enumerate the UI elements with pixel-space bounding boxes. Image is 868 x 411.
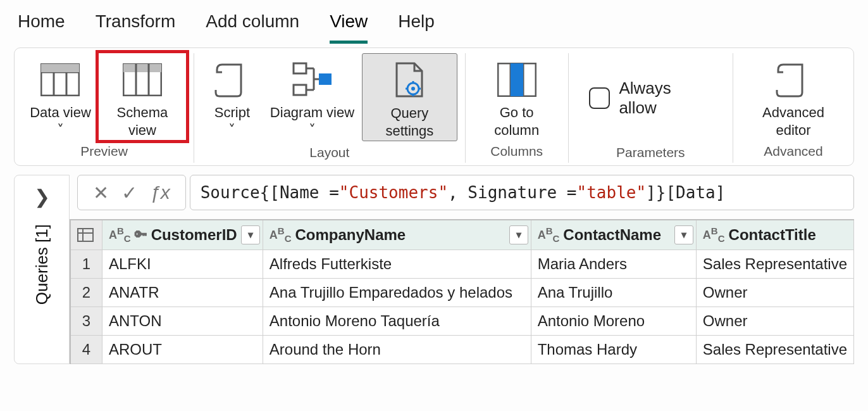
svg-rect-4 bbox=[41, 64, 79, 72]
advanced-editor-button[interactable]: Advanced editor bbox=[741, 53, 846, 140]
expand-sidebar-button[interactable]: ❯ bbox=[34, 186, 50, 208]
tab-transform[interactable]: Transform bbox=[96, 11, 176, 44]
checkbox-icon bbox=[589, 87, 611, 109]
formula-text: ]}[Data] bbox=[646, 183, 725, 202]
query-settings-label: Query settings bbox=[365, 104, 454, 139]
formula-text: , Signature = bbox=[448, 183, 577, 202]
cell[interactable]: Sales Representative bbox=[696, 335, 853, 364]
key-icon: 🔑︎ bbox=[135, 227, 147, 242]
queries-sidebar-label: Queries [1] bbox=[32, 224, 52, 305]
column-name: ContactTitle bbox=[729, 226, 816, 244]
cell[interactable]: ANATR bbox=[102, 278, 263, 307]
group-caption-parameters: Parameters bbox=[616, 145, 685, 160]
chevron-down-icon: ˅ bbox=[309, 122, 316, 138]
group-caption-advanced: Advanced bbox=[764, 144, 822, 159]
advanced-editor-label: Advanced editor bbox=[743, 104, 843, 139]
group-caption-layout: Layout bbox=[309, 145, 349, 160]
svg-point-17 bbox=[411, 87, 415, 91]
cell[interactable]: ALFKI bbox=[102, 250, 263, 278]
column-header-contacttitle[interactable]: ABC ContactTitle bbox=[696, 220, 853, 250]
script-icon bbox=[776, 57, 811, 103]
cell[interactable]: Antonio Moreno bbox=[531, 307, 696, 335]
ribbon-group-advanced: Advanced editor Advanced bbox=[733, 53, 853, 163]
script-label: Script bbox=[214, 104, 250, 120]
tab-view[interactable]: View bbox=[330, 11, 368, 44]
svg-rect-10 bbox=[294, 85, 306, 95]
schema-view-label: Schema view bbox=[101, 104, 183, 139]
data-view-button[interactable]: Data view ˅ bbox=[22, 53, 99, 140]
group-caption-columns: Columns bbox=[490, 144, 543, 159]
commit-formula-button[interactable]: ✓ bbox=[118, 182, 141, 204]
ribbon-group-columns: Go to column Columns bbox=[466, 53, 569, 163]
tab-home[interactable]: Home bbox=[18, 11, 65, 44]
svg-rect-25 bbox=[511, 63, 523, 96]
cell[interactable]: Around the Horn bbox=[263, 335, 531, 364]
cell[interactable]: Ana Trujillo bbox=[531, 278, 696, 307]
text-type-icon: ABC bbox=[109, 225, 131, 244]
text-type-icon: ABC bbox=[703, 225, 725, 244]
row-number: 3 bbox=[71, 307, 102, 335]
always-allow-checkbox[interactable]: Always allow bbox=[576, 53, 725, 118]
chevron-down-icon: ˅ bbox=[228, 122, 235, 138]
cell[interactable]: Antonio Moreno Taquería bbox=[263, 307, 531, 335]
formula-input[interactable]: Source{[Name = "Customers", Signature = … bbox=[190, 175, 854, 210]
row-number: 1 bbox=[71, 250, 102, 278]
formula-text: "Customers" bbox=[339, 183, 448, 202]
table-row[interactable]: 3 ANTON Antonio Moreno Taquería Antonio … bbox=[71, 307, 854, 335]
formula-text: Source{[Name = bbox=[201, 183, 339, 202]
tab-help[interactable]: Help bbox=[398, 11, 435, 44]
go-to-column-button[interactable]: Go to column bbox=[473, 53, 561, 140]
svg-rect-9 bbox=[294, 63, 306, 73]
grid-icon bbox=[40, 57, 80, 103]
query-settings-button[interactable]: Query settings bbox=[362, 53, 457, 141]
table-corner-icon bbox=[77, 228, 94, 242]
cell[interactable]: Sales Representative bbox=[696, 250, 853, 278]
cell[interactable]: Ana Trujillo Emparedados y helados bbox=[263, 278, 531, 307]
diagram-view-button[interactable]: Diagram view ˅ bbox=[263, 53, 362, 141]
columns-icon bbox=[123, 57, 162, 103]
cell[interactable]: Owner bbox=[696, 307, 853, 335]
svg-rect-26 bbox=[78, 229, 93, 241]
column-name: CompanyName bbox=[295, 226, 406, 244]
always-allow-label: Always allow bbox=[619, 79, 712, 118]
ribbon-group-parameters: Always allow Parameters bbox=[569, 53, 733, 163]
data-grid: ABC 🔑︎ CustomerID ▾ ABC CompanyName bbox=[70, 219, 854, 364]
script-icon bbox=[214, 57, 250, 103]
workspace: ❯ Queries [1] ✕ ✓ ƒx Source{[Name = "Cus… bbox=[14, 175, 854, 364]
formula-bar: ✕ ✓ ƒx Source{[Name = "Customers", Signa… bbox=[70, 175, 854, 210]
cell[interactable]: Thomas Hardy bbox=[531, 335, 696, 364]
ribbon-group-preview: Data view ˅ Schema view Preview bbox=[15, 53, 194, 163]
column-header-customerid[interactable]: ABC 🔑︎ CustomerID ▾ bbox=[102, 220, 263, 250]
column-header-contactname[interactable]: ABC ContactName ▾ bbox=[531, 220, 696, 250]
cell[interactable]: Alfreds Futterkiste bbox=[263, 250, 531, 278]
text-type-icon: ABC bbox=[270, 225, 292, 244]
cell[interactable]: Maria Anders bbox=[531, 250, 696, 278]
main-area: ✕ ✓ ƒx Source{[Name = "Customers", Signa… bbox=[70, 175, 854, 364]
table-row[interactable]: 2 ANATR Ana Trujillo Emparedados y helad… bbox=[71, 278, 854, 307]
column-name: ContactName bbox=[563, 226, 661, 244]
menu-tabbar: Home Transform Add column View Help bbox=[0, 0, 868, 44]
data-view-label: Data view bbox=[30, 104, 91, 120]
column-header-companyname[interactable]: ABC CompanyName ▾ bbox=[263, 220, 531, 250]
column-filter-button[interactable]: ▾ bbox=[674, 225, 693, 244]
table-row[interactable]: 1 ALFKI Alfreds Futterkiste Maria Anders… bbox=[71, 250, 854, 278]
script-button[interactable]: Script˅ bbox=[202, 53, 263, 141]
svg-rect-11 bbox=[319, 73, 332, 85]
group-caption-preview: Preview bbox=[80, 144, 128, 159]
row-number: 2 bbox=[71, 278, 102, 307]
schema-view-button[interactable]: Schema view bbox=[99, 53, 186, 140]
column-filter-button[interactable]: ▾ bbox=[241, 225, 260, 244]
cell[interactable]: ANTON bbox=[102, 307, 263, 335]
queries-sidebar: ❯ Queries [1] bbox=[14, 175, 70, 364]
ribbon: Data view ˅ Schema view Preview Script˅ bbox=[14, 47, 854, 166]
select-all-corner[interactable] bbox=[71, 220, 102, 250]
row-number: 4 bbox=[71, 335, 102, 364]
table-row[interactable]: 4 AROUT Around the Horn Thomas Hardy Sal… bbox=[71, 335, 854, 364]
column-filter-button[interactable]: ▾ bbox=[509, 225, 528, 244]
cell[interactable]: AROUT bbox=[102, 335, 263, 364]
cancel-formula-button[interactable]: ✕ bbox=[89, 182, 113, 204]
chevron-down-icon: ˅ bbox=[57, 122, 64, 138]
cell[interactable]: Owner bbox=[696, 278, 853, 307]
svg-rect-6 bbox=[123, 64, 161, 72]
tab-add-column[interactable]: Add column bbox=[206, 11, 299, 44]
